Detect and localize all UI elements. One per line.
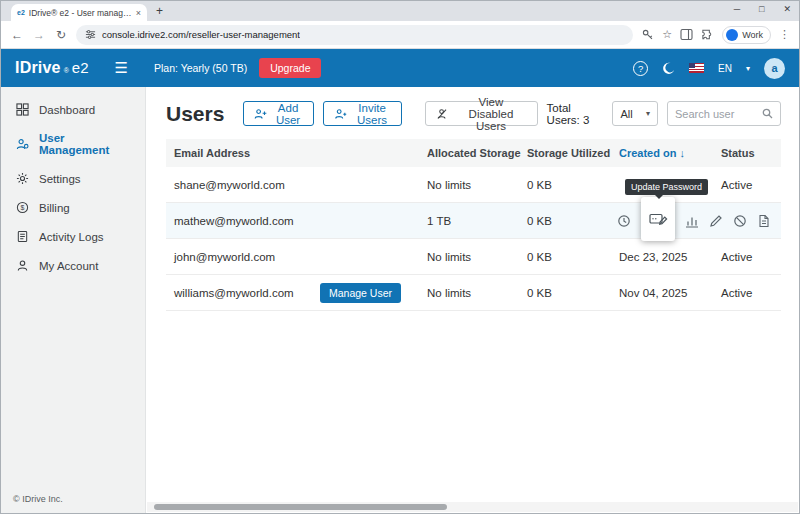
invite-users-icon	[334, 108, 347, 120]
scrollbar-thumb[interactable]	[154, 504, 447, 510]
tab-strip: e2 IDrive® e2 - User management × + ─ □ …	[1, 1, 799, 21]
add-user-button[interactable]: Add User	[243, 101, 313, 126]
usage-chart-icon[interactable]	[685, 214, 699, 228]
url-omnibox[interactable]: console.idrive2.com/reseller-user-manage…	[76, 25, 633, 45]
extensions-icon[interactable]	[701, 28, 714, 41]
main-content: Users Add User Invite Users View Disable…	[146, 87, 799, 513]
horizontal-scrollbar[interactable]	[147, 502, 798, 512]
language-caret-icon[interactable]: ▾	[746, 64, 750, 73]
disabled-user-icon	[436, 108, 449, 120]
status-badge: Active	[721, 179, 781, 191]
table-row[interactable]: williams@myworld.com Manage User No limi…	[166, 275, 781, 311]
users-icon	[16, 138, 29, 151]
history-icon[interactable]	[617, 214, 631, 228]
sidebar-item-dashboard[interactable]: Dashboard	[1, 95, 145, 124]
invite-users-button[interactable]: Invite Users	[323, 101, 403, 126]
close-button[interactable]: ✕	[783, 4, 791, 14]
sidebar-item-my-account[interactable]: My Account	[1, 251, 145, 280]
row-action-icons: Update Password	[617, 203, 771, 238]
help-icon[interactable]: ?	[633, 61, 648, 76]
sidebar: Dashboard User Management Settings $ Bil…	[1, 87, 146, 513]
billing-dollar-icon: $	[16, 201, 29, 214]
maximize-button[interactable]: □	[759, 4, 764, 14]
idrive-e2-logo: IDrive® e2	[15, 59, 89, 77]
plan-label: Plan: Yearly (50 TB)	[154, 62, 247, 74]
sidebar-item-billing[interactable]: $ Billing	[1, 193, 145, 222]
status-badge: Active	[721, 287, 781, 299]
account-person-icon	[16, 259, 29, 272]
tab-favicon: e2	[17, 9, 25, 16]
forward-icon[interactable]: →	[32, 28, 46, 42]
dashboard-icon	[16, 103, 29, 116]
copyright-text: © IDrive Inc.	[13, 494, 63, 504]
dark-mode-moon-icon[interactable]	[662, 62, 675, 75]
table-row[interactable]: mathew@myworld.com 1 TB 0 KB Update Pass…	[166, 203, 781, 239]
svg-text:$: $	[21, 204, 25, 211]
bookmark-star-icon[interactable]: ☆	[662, 28, 672, 41]
edit-pencil-icon[interactable]	[709, 214, 723, 228]
disable-user-icon[interactable]	[733, 214, 747, 228]
language-selector[interactable]: EN	[718, 63, 732, 74]
hamburger-menu-icon[interactable]: ☰	[115, 59, 128, 77]
profile-avatar	[726, 29, 738, 41]
sidebar-item-user-management[interactable]: User Management	[1, 124, 145, 164]
search-box	[667, 101, 781, 126]
table-header-row: Email Address Allocated Storage Storage …	[166, 139, 781, 167]
add-user-icon	[254, 108, 267, 120]
user-filter-select[interactable]: All ▾	[612, 101, 658, 126]
upgrade-button[interactable]: Upgrade	[259, 58, 321, 78]
col-header-allocated: Allocated Storage	[427, 147, 527, 159]
passwords-key-icon[interactable]	[641, 28, 654, 41]
col-header-email: Email Address	[174, 147, 427, 159]
address-bar: ← → ↻ console.idrive2.com/reseller-user-…	[1, 21, 799, 49]
minimize-button[interactable]: ─	[734, 4, 740, 14]
profile-label: Work	[742, 30, 763, 40]
users-table: Email Address Allocated Storage Storage …	[166, 139, 781, 311]
search-icon	[762, 108, 773, 119]
tab-title: IDrive® e2 - User management	[29, 8, 132, 18]
search-input[interactable]	[675, 108, 757, 120]
table-row[interactable]: john@myworld.com No limits 0 KB Dec 23, …	[166, 239, 781, 275]
tooltip: Update Password	[625, 179, 708, 195]
gear-icon	[16, 172, 29, 185]
total-users-count: Total Users: 3	[547, 102, 598, 126]
status-badge: Active	[721, 251, 781, 263]
sort-desc-icon: ↓	[679, 147, 685, 159]
page-title: Users	[166, 102, 224, 126]
view-disabled-users-button[interactable]: View Disabled Users	[425, 101, 537, 126]
browser-tab[interactable]: e2 IDrive® e2 - User management ×	[11, 4, 147, 21]
app-header: IDrive® e2 ☰ Plan: Yearly (50 TB) Upgrad…	[1, 49, 799, 87]
update-password-button[interactable]: Update Password	[641, 197, 675, 241]
us-flag-icon	[689, 63, 704, 73]
new-tab-button[interactable]: +	[156, 4, 163, 18]
reload-icon[interactable]: ↻	[54, 28, 68, 42]
tab-close-icon[interactable]: ×	[136, 8, 141, 18]
col-header-created-sort[interactable]: Created on ↓	[619, 147, 721, 159]
sidebar-item-activity-logs[interactable]: Activity Logs	[1, 222, 145, 251]
update-password-icon	[649, 211, 668, 227]
activity-logs-icon	[16, 230, 29, 243]
col-header-status: Status	[721, 147, 781, 159]
file-log-icon[interactable]	[757, 214, 771, 228]
browser-window: e2 IDrive® e2 - User management × + ─ □ …	[0, 0, 800, 514]
account-avatar[interactable]: a	[764, 58, 785, 79]
sidebar-item-settings[interactable]: Settings	[1, 164, 145, 193]
manage-user-button[interactable]: Manage User	[320, 283, 401, 303]
site-settings-icon[interactable]	[85, 29, 96, 40]
col-header-utilized: Storage Utilized	[527, 147, 619, 159]
select-caret-icon: ▾	[646, 109, 650, 118]
browser-menu-icon[interactable]: ⋮	[779, 28, 790, 41]
url-text: console.idrive2.com/reseller-user-manage…	[102, 29, 300, 40]
side-panel-icon[interactable]	[680, 28, 693, 41]
back-icon[interactable]: ←	[10, 28, 24, 42]
profile-chip[interactable]: Work	[722, 26, 771, 44]
